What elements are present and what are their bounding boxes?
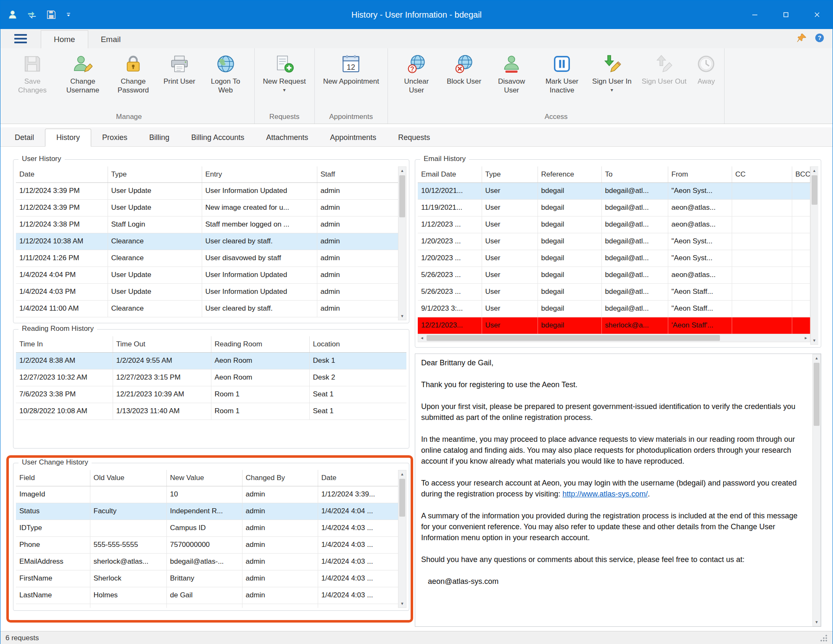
table-row[interactable]: ImageId10admin1/12/2024 3:39... bbox=[16, 486, 398, 503]
scroll-thumb[interactable] bbox=[814, 363, 820, 426]
menu-button[interactable] bbox=[0, 29, 41, 48]
table-row[interactable]: StatusFacultyIndependent R...admin1/4/20… bbox=[16, 503, 398, 520]
maximize-button[interactable] bbox=[770, 0, 801, 29]
ribbon-tab-email[interactable]: Email bbox=[88, 31, 134, 48]
save-changes-button[interactable]: Save Changes bbox=[7, 49, 58, 112]
column-header[interactable]: CC bbox=[732, 166, 792, 182]
scroll-thumb[interactable] bbox=[812, 175, 817, 205]
scroll-up-icon[interactable]: ▲ bbox=[398, 167, 406, 174]
table-row[interactable]: 9/1/2023 3:...Userbdegailbdegail@atl..."… bbox=[418, 300, 810, 317]
column-header[interactable]: From bbox=[668, 166, 732, 182]
table-row[interactable]: 12/27/2023 10:32 AM12/27/2023 3:15 PMAeo… bbox=[16, 369, 406, 386]
block-user-button[interactable]: Block User bbox=[442, 49, 486, 112]
table-row[interactable]: 1/4/2024 4:03 PMUser UpdateUser Informat… bbox=[16, 283, 398, 300]
column-header[interactable]: Date bbox=[318, 470, 398, 486]
column-header[interactable]: Reading Room bbox=[211, 336, 309, 352]
column-header[interactable]: Type bbox=[482, 166, 538, 182]
column-header[interactable]: Location bbox=[309, 336, 406, 352]
new-request-button[interactable]: New Request ▾ bbox=[258, 49, 311, 112]
table-row[interactable]: 5/26/2023 ...Userbdegailbdegail@atl..."A… bbox=[418, 283, 810, 300]
vertical-scrollbar[interactable]: ▲ ▼ bbox=[810, 166, 819, 345]
scroll-down-icon[interactable]: ▼ bbox=[811, 337, 818, 344]
column-header[interactable]: Changed By bbox=[242, 470, 318, 486]
table-row[interactable]: 1/2/2024 8:38 AM1/2/2024 9:55 AMAeon Roo… bbox=[16, 352, 406, 369]
sign-user-in-button[interactable]: Sign User In ▾ bbox=[587, 49, 637, 112]
scroll-thumb[interactable] bbox=[399, 479, 405, 517]
table-row[interactable]: IDTypeCampus IDadmin1/4/2024 4:03 ... bbox=[16, 520, 398, 536]
help-icon[interactable]: ? bbox=[814, 32, 825, 45]
qat-customize-icon[interactable] bbox=[65, 11, 72, 18]
table-row[interactable]: FirstNameSherlockBrittanyadmin1/4/2024 4… bbox=[16, 570, 398, 587]
vertical-scrollbar[interactable]: ▲ ▼ bbox=[398, 470, 406, 608]
tab-billing[interactable]: Billing bbox=[138, 129, 180, 146]
vertical-scrollbar[interactable]: ▲ ▼ bbox=[812, 354, 821, 626]
column-header[interactable]: Entry bbox=[202, 166, 317, 182]
column-header[interactable]: Staff bbox=[317, 166, 398, 182]
tab-detail[interactable]: Detail bbox=[4, 129, 45, 146]
away-button[interactable]: Away bbox=[691, 49, 721, 112]
scroll-down-icon[interactable]: ▼ bbox=[398, 312, 406, 320]
scroll-left-icon[interactable]: ◄ bbox=[418, 334, 426, 342]
print-user-button[interactable]: Print User bbox=[158, 49, 200, 112]
resize-grip[interactable] bbox=[820, 634, 828, 642]
horizontal-scrollbar[interactable]: ◄ ► bbox=[418, 334, 810, 342]
pin-icon[interactable] bbox=[796, 32, 807, 45]
table-row[interactable]: 1/20/2023 ...Userbdegailbdegail@atl..."A… bbox=[418, 250, 810, 267]
email-link[interactable]: http://www.atlas-sys.com/ bbox=[562, 490, 648, 498]
tab-attachments[interactable]: Attachments bbox=[255, 129, 319, 146]
column-header[interactable]: New Value bbox=[166, 470, 242, 486]
user-icon[interactable] bbox=[7, 9, 18, 20]
save-icon[interactable] bbox=[46, 9, 57, 20]
tab-proxies[interactable]: Proxies bbox=[91, 129, 138, 146]
table-row[interactable]: 1/4/2024 11:00 AMClearanceUser cleared b… bbox=[16, 300, 398, 317]
table-row[interactable]: 5/26/2023 ...Userbdegailbdegail@atl...ae… bbox=[418, 267, 810, 283]
scroll-down-icon[interactable]: ▼ bbox=[398, 600, 406, 607]
scroll-down-icon[interactable]: ▼ bbox=[813, 618, 820, 626]
change-username-button[interactable]: Change Username bbox=[58, 49, 108, 112]
column-header[interactable]: Email Date bbox=[418, 166, 482, 182]
table-row[interactable]: 12/21/2023...Userbdegailsherlock@a...'Ae… bbox=[418, 317, 810, 334]
column-header[interactable]: Old Value bbox=[90, 470, 166, 486]
table-row[interactable]: 1/12/2024 3:39 PMUser UpdateUser Informa… bbox=[16, 182, 398, 199]
tab-appointments[interactable]: Appointments bbox=[319, 129, 387, 146]
scroll-right-icon[interactable]: ► bbox=[802, 334, 810, 342]
table-row[interactable]: 1/12/2024 3:39 PMUser UpdateNew image cr… bbox=[16, 199, 398, 216]
sc.roll-thumb[interactable] bbox=[399, 175, 405, 217]
column-header[interactable]: To bbox=[601, 166, 668, 182]
table-row[interactable]: 1/12/2024 3:38 PMStaff LoginStaff member… bbox=[16, 216, 398, 233]
table-row[interactable]: 7/6/2023 3:38 PM12/21/2023 10:39 AMRoom … bbox=[16, 386, 406, 403]
change-password-button[interactable]: Change Password bbox=[108, 49, 158, 112]
table-row[interactable]: 1/4/2024 4:04 PMUser UpdateUser Informat… bbox=[16, 267, 398, 283]
scroll-up-icon[interactable]: ▲ bbox=[811, 167, 818, 174]
new-appointment-button[interactable]: 12 New Appointment bbox=[318, 49, 384, 112]
ribbon-tab-home[interactable]: Home bbox=[41, 30, 88, 48]
undo-redo-icon[interactable] bbox=[26, 9, 37, 20]
vertical-scrollbar[interactable]: ▲ ▼ bbox=[398, 166, 406, 320]
unclear-user-button[interactable]: ? Unclear User bbox=[391, 49, 442, 112]
scroll-up-icon[interactable]: ▲ bbox=[813, 354, 820, 362]
disavow-user-button[interactable]: Disavow User bbox=[486, 49, 537, 112]
tab-requests[interactable]: Requests bbox=[387, 129, 441, 146]
scroll-up-icon[interactable]: ▲ bbox=[398, 470, 406, 478]
column-header[interactable]: Time Out bbox=[113, 336, 211, 352]
table-row[interactable]: 10/12/2021...Userbdegailbdegail@atl..."A… bbox=[418, 182, 810, 199]
column-header[interactable]: Date bbox=[16, 166, 108, 182]
mark-user-inactive-button[interactable]: Mark User Inactive bbox=[537, 49, 587, 112]
table-row[interactable]: 11/19/2021...Userbdegailbdegail@atl...ae… bbox=[418, 199, 810, 216]
table-row[interactable]: 1/12/2024 10:38 AMClearanceUser cleared … bbox=[16, 233, 398, 250]
logon-to-web-button[interactable]: Logon To Web bbox=[200, 49, 251, 112]
close-button[interactable] bbox=[801, 0, 833, 29]
column-header[interactable]: Reference bbox=[538, 166, 601, 182]
table-row[interactable]: Phone555-555-55557570000000admin1/4/2024… bbox=[16, 536, 398, 553]
table-row[interactable]: CountryUnited Stat...bdegail1/4/2023 4:0… bbox=[16, 604, 398, 608]
scroll-thumb[interactable] bbox=[427, 335, 720, 341]
table-row[interactable]: LastNameHolmesde Gailadmin1/4/2024 4:03 … bbox=[16, 587, 398, 604]
tab-billing-accounts[interactable]: Billing Accounts bbox=[180, 129, 255, 146]
table-row[interactable]: 1/12/2023 ...Userbdegailbdegail@atl...ae… bbox=[418, 216, 810, 233]
table-row[interactable]: 1/20/2023 ...Userbdegailbdegail@atl..."A… bbox=[418, 233, 810, 250]
column-header[interactable]: BCC bbox=[792, 166, 810, 182]
table-row[interactable]: 1/11/2024 1:26 PMClearanceUser disavowed… bbox=[16, 250, 398, 267]
sign-user-out-button[interactable]: Sign User Out bbox=[637, 49, 692, 112]
table-row[interactable]: EMailAddresssherlock@atlas...bdegail@atl… bbox=[16, 553, 398, 570]
minimize-button[interactable] bbox=[739, 0, 770, 29]
